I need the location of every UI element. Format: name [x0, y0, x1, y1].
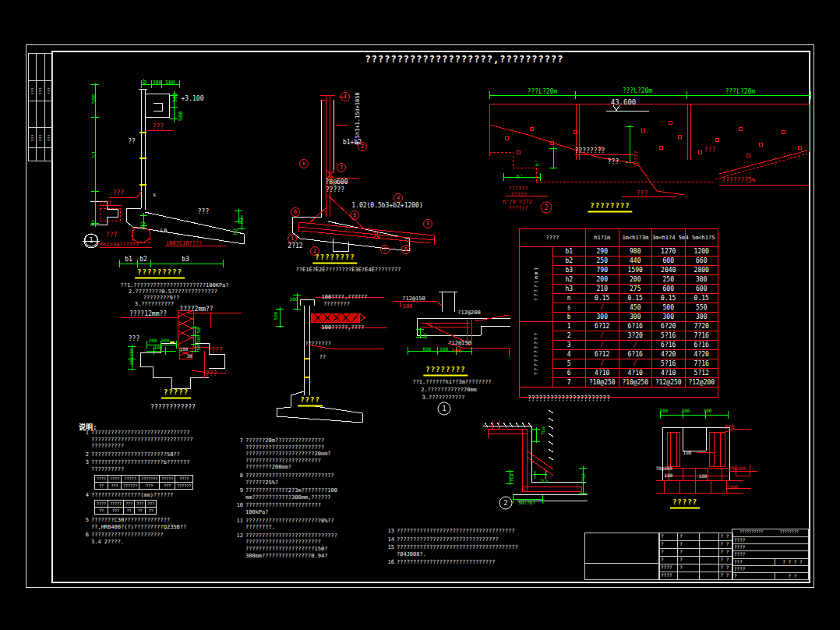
- size-table-row-name: 2: [552, 331, 586, 341]
- h-lbl-100b: 100: [699, 474, 708, 479]
- mini-table-cell: ????: [175, 475, 193, 482]
- b-lbl-102: 1.02(0.5b3+b2+1200): [351, 203, 423, 209]
- tb-right: ?????????? ???????? ???????????????? ? ?…: [732, 529, 809, 580]
- f-dim-80: 80: [423, 333, 428, 338]
- c-lbl-slope: ???????5%: [722, 178, 755, 184]
- a-dim-b2: b2: [139, 257, 147, 263]
- note-item: 11??????????????????????70%?? ????????.: [235, 518, 392, 531]
- size-table-cell: 1200: [685, 247, 718, 257]
- a-lbl-wall: ??: [128, 139, 136, 145]
- a-lbl-red-left2: ????: [99, 201, 112, 207]
- d-dim-rot300b: 300: [129, 357, 134, 366]
- d-dim-r50b: 50: [196, 345, 201, 350]
- a-dim-b: b: [143, 80, 147, 86]
- size-table-cell: 4?10: [619, 369, 652, 378]
- b-callout-6b: 6: [401, 245, 411, 254]
- size-table-cell: 790: [586, 266, 619, 275]
- tb-cell: ?: [678, 533, 699, 541]
- note-text: ????????????????????????????????????? ?0…: [397, 544, 518, 557]
- tb-right-header-right: ????????: [771, 529, 809, 536]
- size-table-cell: 290: [586, 247, 619, 257]
- note-text: ?????????????2?3m????????100 mm?????????…: [245, 487, 337, 501]
- mini-table-cell: ???: [139, 482, 160, 489]
- note-text: ?????????????????????? 3.4 2????.: [91, 532, 164, 545]
- tb-cell: ?: [659, 557, 677, 565]
- note-text: ??????20m??????????????? ???????????????…: [245, 437, 331, 471]
- size-table-cell: 6?16: [685, 341, 718, 350]
- note-text: ??????????????????????b??????? ?????????…: [91, 459, 189, 472]
- b-caption: ????????: [312, 254, 357, 264]
- d-lbl-red2: ???: [206, 371, 217, 377]
- mini-table-cell: ???: [108, 508, 124, 515]
- h-lbl-phi8-left: ?8@200: [655, 466, 672, 471]
- f-lbl-top: ?12@150: [402, 296, 425, 302]
- size-table-cell: 3?20: [619, 331, 652, 341]
- note-number: 13: [386, 528, 394, 535]
- f-lbl-bot: ?12@150: [448, 341, 471, 346]
- size-table-cell: 550: [685, 303, 718, 313]
- a-lbl-top-red: ???: [153, 124, 164, 130]
- d-dim-300b: 300: [161, 338, 170, 343]
- d-dim-100: 100: [154, 345, 163, 350]
- a-elev: +3.100: [182, 96, 204, 102]
- d-subcaption: ????????????: [150, 405, 196, 411]
- size-table-cell: 200: [586, 275, 619, 285]
- size-table-cell: 250: [586, 257, 619, 266]
- tb-cell: ?: [659, 533, 677, 541]
- note-text: ??????????????????????? 100kPa?: [245, 502, 321, 515]
- a-dim-b1: b1: [125, 257, 132, 263]
- note-text: ????????????????????????????????????: [397, 528, 515, 535]
- c-dim-hp: h': [535, 160, 541, 166]
- a-sec-note: ?*h1>3m??????: [97, 242, 139, 248]
- size-table-row-name: b2: [552, 257, 586, 266]
- size-table-header: 3m<h1?4 5m: [652, 229, 686, 247]
- f-note-1: ??1.??????h1??3m????????: [412, 380, 491, 385]
- a-caption: ?????????: [135, 269, 185, 279]
- a-note-1: ??1.??????????????????????100KPa?: [120, 283, 228, 288]
- c-lbl-rot-red: ?????: [634, 150, 640, 167]
- note-text: ???????C30?????????????? ??,HRB400?(?)??…: [91, 517, 186, 530]
- a-dim-300-500: 300 500: [152, 80, 175, 86]
- size-table-cell: ?12@250: [652, 378, 686, 388]
- note-number: 6: [80, 532, 89, 545]
- tb-right-header: ?????????? ????????: [732, 529, 808, 537]
- tb-right-row: ????: [732, 544, 808, 551]
- a-dim-b3: b3: [182, 257, 189, 263]
- c-lbl-l1: ??????: [508, 186, 528, 192]
- size-table-cell: 275: [619, 285, 652, 294]
- size-table-row-name: h3: [552, 285, 586, 294]
- tb-cell: ? ?: [719, 533, 732, 541]
- size-table-cell: 6?16: [619, 322, 652, 331]
- size-table-cell: 980: [619, 247, 652, 257]
- d-lbl-100: 100: [180, 347, 189, 352]
- h-dim-300a: 300: [660, 409, 669, 413]
- f-lbl-bot2: 500: [452, 349, 462, 354]
- size-table-cell: 5?16: [652, 331, 686, 341]
- size-table-cell: 5?16: [652, 359, 686, 369]
- tb-cell: ?: [659, 541, 677, 549]
- tb-cell: [700, 549, 718, 557]
- e-lbl-wall: ????????: [305, 342, 331, 347]
- size-table-cell: /: [586, 359, 619, 369]
- tb-left-cell: [585, 533, 659, 564]
- mini-table-cell: ??????: [122, 482, 139, 489]
- a-section-mark: 1: [85, 234, 98, 247]
- e-dim-300: 300: [290, 297, 298, 302]
- mini-table-cell: ??: [95, 482, 108, 489]
- b-callout-7b: 7: [380, 245, 390, 254]
- tb-cell: [700, 541, 718, 549]
- note-number: 4: [80, 492, 89, 499]
- f-dim-800: 800: [423, 347, 432, 352]
- note-text: ??????????????????????????????: [397, 559, 495, 566]
- a-lbl-cushion: 1007C107???: [166, 241, 202, 246]
- mini-table-cell: ?????: [108, 501, 124, 508]
- size-table-cell: 2040: [652, 266, 686, 275]
- a-lbl-key: ???: [106, 232, 117, 239]
- b-lbl-stirrup2: ?????: [326, 187, 344, 193]
- mini-table-cell: ????: [95, 501, 108, 508]
- b-callout-5: 5: [350, 211, 359, 220]
- note-item: 9?????????????2?3m????????100 mm????????…: [235, 487, 392, 501]
- size-table-cell: ?10@250: [586, 378, 619, 388]
- size-table-cell: 600: [652, 257, 686, 266]
- tb-cell: [700, 572, 718, 579]
